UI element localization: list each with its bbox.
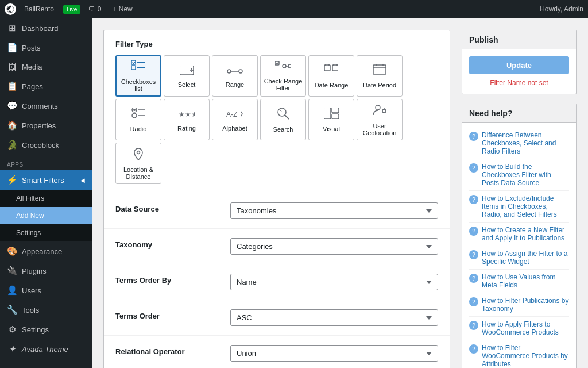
help-link-1[interactable]: ? How to Build the Checkboxes Filter wit… [469,159,569,191]
taxonomy-select[interactable]: Categories Tags Post Format [230,238,438,255]
sidebar-item-dashboard[interactable]: ⊞ Dashboard [0,18,92,38]
sidebar-label-pages: Pages [22,82,43,91]
sidebar-label-tools: Tools [22,306,39,315]
help-link-text-7: How to Apply Filters to WooCommerce Prod… [482,320,569,336]
terms-order-select[interactable]: ASC DESC [230,309,438,326]
help-link-text-2: How to Exclude/Include Items in Checkbox… [482,194,569,218]
main-content: Filter Type Checkboxes list [92,18,588,368]
sidebar-item-crocoblock[interactable]: 🐊 Crocoblock [0,135,92,155]
update-button[interactable]: Update [469,56,569,74]
wp-logo[interactable] [5,3,16,15]
new-content-link[interactable]: + New [109,3,136,16]
range-label: Range [226,81,244,88]
relational-operator-row: Relational Operator Union Intersection [104,336,450,368]
help-link-3[interactable]: ? How to Create a New Filter and Apply I… [469,223,569,246]
filter-type-select[interactable]: Select [164,55,210,97]
terms-order-by-select[interactable]: Name Slug Term ID Count [230,274,438,290]
filter-type-section: Filter Type Checkboxes list [103,30,450,368]
filter-type-visual[interactable]: Visual [308,99,354,140]
right-sidebar: Publish Update Filter Name not set Need … [462,30,577,368]
comments-link[interactable]: 🗨 0 [85,3,105,16]
sidebar-label-plugins: Plugins [22,267,47,275]
data-source-select[interactable]: Taxonomies Posts Meta Fields WooCommerce [230,202,438,219]
main-panel: Filter Type Checkboxes list [103,30,450,368]
publish-box: Publish Update Filter Name not set [462,30,577,94]
filter-type-alphabet[interactable]: A-Z Alphabet [212,99,258,140]
filter-type-search[interactable]: Search [260,99,306,140]
help-link-7[interactable]: ? How to Apply Filters to WooCommerce Pr… [469,317,569,340]
search-filter-icon [277,107,289,122]
location-distance-icon [131,147,146,163]
sidebar-item-properties[interactable]: 🏠 Properties [0,116,92,135]
taxonomy-row: Taxonomy Categories Tags Post Format [104,229,450,264]
filter-type-user-geolocation[interactable]: User Geolocation [357,99,403,140]
sidebar-item-comments[interactable]: 💬 Comments [0,96,92,116]
help-link-2[interactable]: ? How to Exclude/Include Items in Checkb… [469,191,569,223]
taxonomy-content: Categories Tags Post Format [230,238,438,255]
svg-line-32 [285,115,289,119]
filter-type-range[interactable]: Range [212,55,258,97]
help-box: Need help? ? Difference Between Checkbox… [462,103,577,368]
admin-bar: BaliRento Live 🗨 0 + New Howdy, Admin [0,0,588,18]
svg-rect-35 [332,114,339,119]
svg-rect-33 [324,108,331,119]
publish-body: Update Filter Name not set [462,49,576,94]
users-icon: 👤 [7,285,17,296]
site-name[interactable]: BaliRento [21,3,57,16]
alphabet-icon: A-Z [226,108,243,121]
sidebar-item-all-filters[interactable]: All Filters [0,190,92,207]
sidebar-label-avada: Avada Theme [22,345,68,354]
smart-filters-arrow: ◀ [80,177,85,183]
help-icon-2: ? [469,195,478,204]
sidebar-item-settings2[interactable]: ⚙ Settings [0,320,92,339]
sidebar-label-crocoblock: Crocoblock [22,141,59,150]
filter-type-date-period[interactable]: Date Period [357,55,403,97]
filter-type-date-range[interactable]: Date Range [308,55,354,97]
help-link-6[interactable]: ? How to Filter Publications by Taxonomy [469,293,569,317]
svg-point-39 [137,151,140,154]
plugins-icon: 🔌 [7,266,17,276]
sidebar-item-media[interactable]: 🖼 Media [0,57,92,76]
filter-type-rating[interactable]: ★★★ Rating [164,99,210,140]
collapse-menu-button[interactable]: ◀ Collapse menu [0,363,92,368]
help-icon-6: ? [469,297,478,306]
sidebar-item-users[interactable]: 👤 Users [0,281,92,300]
sidebar-item-settings[interactable]: Settings [0,224,92,241]
filter-type-checkboxes-list[interactable]: Checkboxes list [115,55,161,97]
sidebar-item-appearance[interactable]: 🎨 Appearance [0,241,92,261]
radio-label: Radio [130,125,147,132]
data-source-row: Data Source Taxonomies Posts Meta Fields… [104,193,450,229]
relational-operator-content: Union Intersection [230,345,438,362]
visual-icon [324,108,339,122]
sidebar-item-avada[interactable]: ✦ Avada Theme [0,339,92,359]
relational-operator-select[interactable]: Union Intersection [230,345,438,362]
help-link-5[interactable]: ? How to Use Values from Meta Fields [469,270,569,293]
help-link-8[interactable]: ? How to Filter WooCommerce Products by … [469,340,569,368]
filter-type-check-range[interactable]: Check Range Filter [260,55,306,97]
sidebar-item-pages[interactable]: 📋 Pages [0,76,92,96]
date-range-label: Date Range [315,82,349,89]
publish-title: Publish [462,30,576,49]
user-geolocation-icon [372,103,387,119]
svg-text:A-Z: A-Z [226,110,237,118]
sidebar-label-media: Media [22,63,42,71]
help-link-text-4: How to Assign the Filter to a Specific W… [482,250,569,266]
sidebar-item-posts[interactable]: 📄 Posts [0,38,92,57]
help-link-0[interactable]: ? Difference Between Checkboxes, Select … [469,128,569,159]
date-period-label: Date Period [363,82,396,89]
range-icon [227,64,243,78]
help-link-4[interactable]: ? How to Assign the Filter to a Specific… [469,246,569,270]
sidebar-item-add-new[interactable]: Add New [0,207,92,224]
sidebar-item-tools[interactable]: 🔧 Tools [0,300,92,320]
sidebar-item-plugins[interactable]: 🔌 Plugins [0,261,92,281]
smart-filters-icon: ⚡ [7,175,17,185]
terms-order-row: Terms Order ASC DESC [104,300,450,336]
media-icon: 🖼 [7,62,17,72]
data-source-label: Data Source [115,202,230,213]
sidebar-item-smart-filters[interactable]: ⚡ Smart Filters ◀ [0,170,92,190]
all-filters-label: All Filters [16,194,44,202]
filter-type-location-distance[interactable]: Location & Distance [115,143,161,184]
select-label: Select [178,81,196,88]
filter-type-radio[interactable]: Radio [115,99,161,140]
svg-point-37 [382,109,386,113]
